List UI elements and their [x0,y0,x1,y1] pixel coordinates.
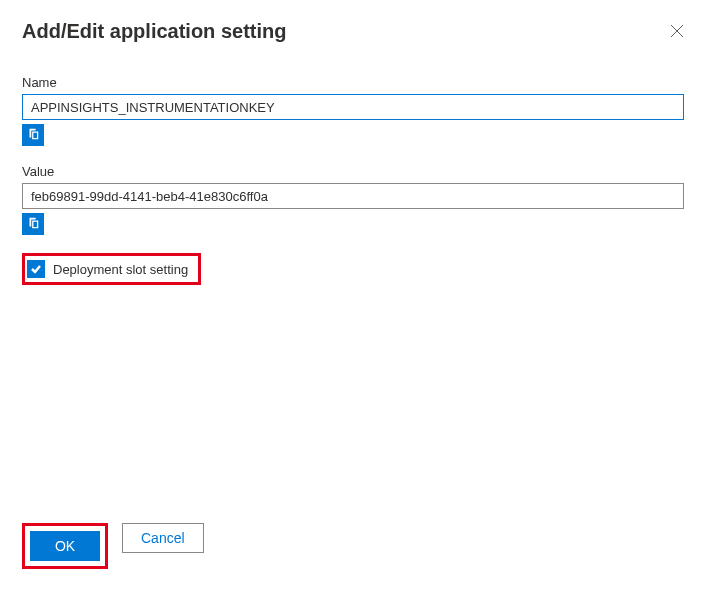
value-field: Value [22,164,684,235]
ok-button[interactable]: OK [30,531,100,561]
copy-name-button[interactable] [22,124,44,146]
value-input[interactable] [22,183,684,209]
name-input[interactable] [22,94,684,120]
deployment-slot-label: Deployment slot setting [53,262,188,277]
name-label: Name [22,75,684,90]
footer-actions: OK Cancel [22,523,204,569]
cancel-button[interactable]: Cancel [122,523,204,553]
value-label: Value [22,164,684,179]
deployment-slot-checkbox[interactable] [27,260,45,278]
panel-title: Add/Edit application setting [22,20,286,43]
copy-value-button[interactable] [22,213,44,235]
ok-highlight: OK [22,523,108,569]
copy-icon [26,216,40,233]
copy-icon [26,127,40,144]
deployment-slot-row: Deployment slot setting [22,253,201,285]
close-icon[interactable] [670,24,684,38]
name-field: Name [22,75,684,146]
check-icon [30,263,42,275]
